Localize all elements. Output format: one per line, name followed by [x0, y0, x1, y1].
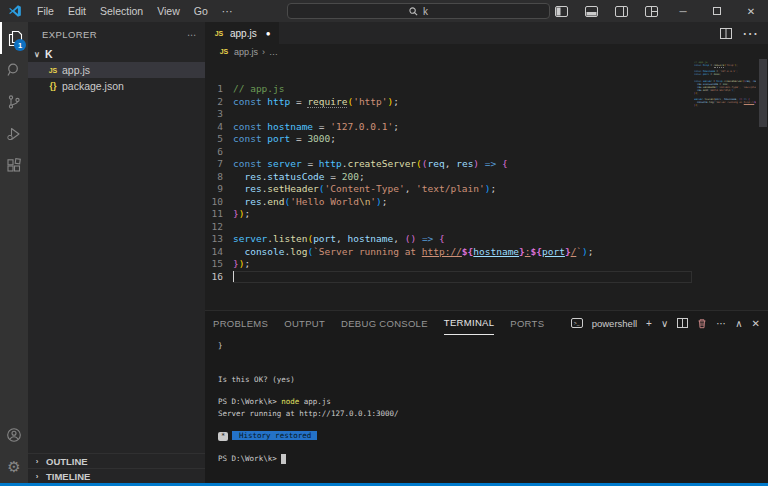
line-number: 6 — [205, 146, 233, 159]
timeline-section[interactable]: › TIMELINE — [28, 468, 205, 483]
menu-view[interactable]: View — [150, 0, 187, 22]
terminal-dropdown-icon[interactable]: ∨ — [661, 318, 668, 329]
code-line[interactable]: 14 console.log(`Server running at http:/… — [205, 246, 768, 259]
minimize-button[interactable]: ─ — [666, 0, 700, 22]
activity-source-control[interactable] — [0, 86, 28, 118]
code-line[interactable]: 8 res.statusCode = 200; — [205, 171, 768, 184]
toggle-sidebar-icon[interactable] — [546, 0, 576, 22]
activity-search[interactable] — [0, 54, 28, 86]
toggle-panel-icon[interactable] — [576, 0, 606, 22]
menu-selection[interactable]: Selection — [93, 0, 150, 22]
line-number: 5 — [205, 133, 233, 146]
line-number: 7 — [205, 158, 233, 171]
tab-label: app.js — [230, 28, 257, 39]
code-line[interactable]: 6 — [205, 146, 768, 159]
search-sidebar-icon — [6, 62, 22, 78]
outline-section[interactable]: › OUTLINE — [28, 453, 205, 468]
code-line[interactable]: 3 — [205, 108, 768, 121]
customize-layout-icon[interactable] — [636, 0, 666, 22]
editor-scrollbar[interactable] — [758, 59, 768, 310]
code-line[interactable]: 5const port = 3000; — [205, 133, 768, 146]
folder-name: K — [45, 48, 53, 60]
js-file-icon: JS — [218, 48, 230, 55]
tab-debug-console[interactable]: DEBUG CONSOLE — [341, 311, 428, 335]
breadcrumb[interactable]: JS app.js › … — [205, 44, 768, 59]
chevron-right-icon: › — [32, 472, 42, 481]
tab-appjs[interactable]: JS app.js ● — [205, 22, 279, 44]
tab-ports[interactable]: PORTS — [510, 311, 544, 335]
terminal-output[interactable]: } Is this OK? (yes) PS D:\Work\k> node a… — [205, 335, 768, 483]
file-name: app.js — [62, 64, 90, 76]
line-number: 8 — [205, 171, 233, 184]
menu-file[interactable]: File — [30, 0, 61, 22]
shell-label[interactable]: powershell — [592, 318, 637, 329]
chevron-down-icon: ∨ — [32, 50, 42, 59]
vscode-logo-icon — [8, 4, 22, 18]
tab-terminal[interactable]: TERMINAL — [444, 311, 494, 335]
code-line[interactable]: 9 res.setHeader('Content-Type', 'text/pl… — [205, 183, 768, 196]
breadcrumb-tail[interactable]: … — [269, 47, 278, 57]
editor-more-icon[interactable]: ⋯ — [742, 24, 758, 43]
explorer-sidebar: EXPLORER ⋯ ∨ K JS app.js {} package.json… — [28, 22, 205, 483]
line-number: 9 — [205, 183, 233, 196]
menu-go[interactable]: Go — [187, 0, 215, 22]
activity-explorer[interactable]: 1 — [0, 22, 28, 54]
code-editor[interactable]: 1// app.js2const http = require('http');… — [205, 59, 768, 310]
terminal-line: Server running at http://127.0.0.1:3000/ — [218, 408, 768, 419]
menu-edit[interactable]: Edit — [61, 0, 93, 22]
powershell-icon: >_ — [571, 318, 583, 328]
line-number: 16 — [205, 271, 233, 284]
terminal-line: PS D:\Work\k> — [218, 453, 768, 464]
code-line[interactable]: 2const http = require('http'); — [205, 96, 768, 109]
code-line[interactable]: 10 res.end('Hello World\n'); — [205, 196, 768, 209]
file-row-packagejson[interactable]: {} package.json — [28, 78, 205, 94]
chevron-right-icon: › — [32, 457, 42, 466]
sidebar-more-icon[interactable]: ⋯ — [187, 29, 197, 40]
code-line[interactable]: 13server.listen(port, hostname, () => { — [205, 233, 768, 246]
line-number: 15 — [205, 258, 233, 271]
line-number: 3 — [205, 108, 233, 121]
split-editor-icon[interactable] — [720, 28, 732, 39]
tab-output[interactable]: OUTPUT — [284, 311, 325, 335]
code-line[interactable]: 4const hostname = '127.0.0.1'; — [205, 121, 768, 134]
file-name: package.json — [62, 80, 124, 92]
new-terminal-icon[interactable]: + — [646, 318, 652, 329]
line-number: 12 — [205, 221, 233, 234]
close-button[interactable]: ✕ — [734, 0, 768, 22]
json-file-icon: {} — [47, 81, 59, 91]
editor-group: JS app.js ● ⋯ JS app.js › … 1// app.js2c — [205, 22, 768, 483]
activity-extensions[interactable] — [0, 150, 28, 182]
modified-dot-icon[interactable]: ● — [266, 29, 271, 38]
activity-settings[interactable]: ⚙ — [0, 451, 28, 483]
code-line[interactable]: 16 — [205, 271, 768, 284]
code-line[interactable]: 7const server = http.createServer((req, … — [205, 158, 768, 171]
tab-problems[interactable]: PROBLEMS — [213, 311, 268, 335]
command-center-search[interactable]: k — [287, 3, 550, 19]
terminal-line: *History restored — [218, 430, 768, 441]
panel-more-icon[interactable]: ⋯ — [716, 318, 726, 329]
terminal-line: PS D:\Work\k> node app.js — [218, 396, 768, 407]
menu-more-icon[interactable]: ⋯ — [215, 0, 240, 22]
breadcrumb-file[interactable]: app.js — [234, 47, 258, 57]
split-terminal-icon[interactable] — [677, 318, 688, 328]
toggle-secondary-sidebar-icon[interactable] — [606, 0, 636, 22]
close-panel-icon[interactable]: ✕ — [752, 318, 760, 329]
code-line[interactable]: 11}); — [205, 208, 768, 221]
maximize-panel-icon[interactable]: ∧ — [735, 318, 742, 329]
source-control-icon — [6, 94, 22, 110]
folder-row-k[interactable]: ∨ K — [28, 46, 205, 62]
code-line[interactable]: 15}); — [205, 258, 768, 271]
activity-accounts[interactable] — [0, 419, 28, 451]
code-line[interactable]: 12 — [205, 221, 768, 234]
file-row-appjs[interactable]: JS app.js — [28, 62, 205, 78]
terminal-line — [218, 351, 768, 362]
kill-terminal-icon[interactable] — [697, 318, 707, 329]
search-value: k — [423, 6, 428, 17]
scrollbar-thumb[interactable] — [759, 59, 767, 127]
activity-run-debug[interactable] — [0, 118, 28, 150]
maximize-button[interactable] — [700, 0, 734, 22]
code-line[interactable]: 1// app.js — [205, 83, 768, 96]
minimap[interactable]: // app.jsconst http = require('http'); c… — [694, 61, 756, 111]
line-number: 13 — [205, 233, 233, 246]
terminal-line — [218, 385, 768, 396]
